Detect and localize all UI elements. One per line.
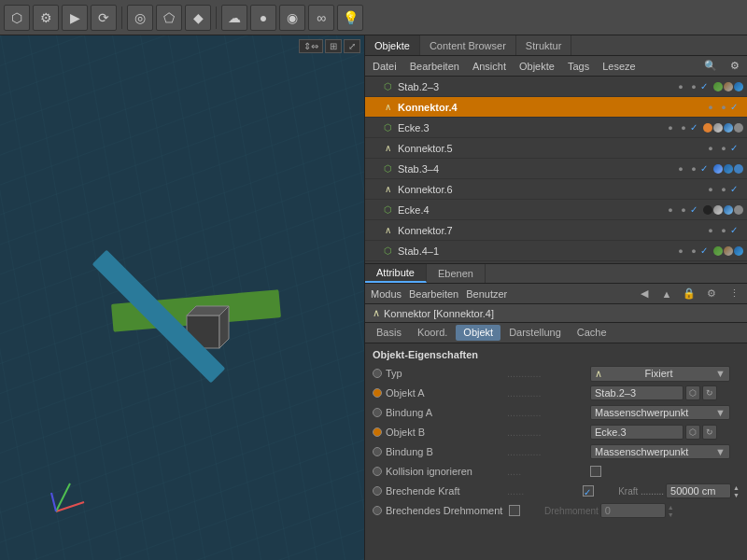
obj-row-konnektor-7[interactable]: ∧ Konnektor.7 ● ● ✓ (365, 220, 747, 241)
vis-dot[interactable]: ● (704, 142, 717, 155)
vis-dot[interactable]: ● (674, 162, 687, 175)
viewport-control-arrows[interactable]: ⇕⇔ (299, 39, 323, 53)
lock-dot[interactable]: ● (687, 80, 700, 93)
prop-checkbox-brechendes-drehmoment[interactable] (509, 505, 520, 516)
toolbar-btn-7[interactable]: ◆ (185, 5, 211, 31)
prop-btn-objekt-b-1[interactable]: ⬡ (685, 425, 700, 440)
lock-dot[interactable]: ● (677, 203, 690, 217)
toolbar-btn-1[interactable]: ⬡ (4, 5, 30, 31)
vis-dot[interactable]: ● (704, 224, 717, 237)
vis-dot[interactable]: ● (704, 183, 717, 196)
obj-row-ecke-4[interactable]: ⬡ Ecke.4 ● ● ✓ (365, 200, 747, 220)
obj-list-settings[interactable]: ⚙ (726, 60, 743, 72)
lock-dot[interactable]: ● (687, 162, 700, 175)
lock-dot[interactable]: ● (717, 101, 730, 114)
prop-btn-objekt-a-2[interactable]: ↻ (702, 385, 717, 400)
menu-objekte[interactable]: Objekte (515, 61, 558, 72)
obj-row-konnektor-4[interactable]: ∧ Konnektor.4 ● ● ✓ (365, 97, 747, 118)
prop-input-objekt-b[interactable]: Ecke.3 (590, 425, 684, 440)
check-ecke-4[interactable]: ✓ (690, 204, 703, 215)
toolbar-btn-10[interactable]: ◉ (279, 5, 305, 31)
menu-bearbeiten[interactable]: Bearbeiten (406, 61, 463, 72)
obj-row-stab-4-1[interactable]: ⬡ Stab.4–1 ● ● ✓ (365, 241, 747, 261)
viewport-control-maximize[interactable]: ⤢ (344, 39, 360, 53)
prop-checkbox-brechende-kraft[interactable] (583, 485, 594, 497)
toolbar-btn-5[interactable]: ◎ (127, 5, 153, 31)
check-konnektor-7[interactable]: ✓ (730, 225, 743, 235)
attr-menu-modus[interactable]: Modus (371, 288, 402, 300)
menu-ansicht[interactable]: Ansicht (469, 61, 510, 72)
drehmoment-down[interactable]: ▼ (668, 511, 674, 518)
viewport[interactable]: ⇕⇔ ⊞ ⤢ (0, 35, 364, 560)
toolbar-btn-3[interactable]: ▶ (62, 5, 88, 31)
tab-struktur[interactable]: Struktur (516, 35, 572, 55)
comp-tab-cache[interactable]: Cache (570, 325, 614, 341)
toolbar-btn-6[interactable]: ⬠ (156, 5, 182, 31)
menu-leseze[interactable]: Leseze (599, 61, 639, 72)
vis-dot[interactable]: ● (704, 101, 717, 114)
vis-dot[interactable]: ● (674, 80, 687, 93)
attr-more[interactable]: ⋮ (726, 287, 741, 301)
obj-row-konnektor-5[interactable]: ∧ Konnektor.5 ● ● ✓ (365, 138, 747, 159)
attr-lock[interactable]: 🔒 (682, 287, 697, 301)
check-konnektor-5[interactable]: ✓ (730, 143, 743, 153)
tab-objekte[interactable]: Objekte (365, 35, 420, 55)
kraft-down[interactable]: ▼ (733, 492, 740, 498)
check-stab-4-1[interactable]: ✓ (700, 245, 713, 256)
check-stab-2-3[interactable]: ✓ (700, 81, 713, 91)
kraft-up[interactable]: ▲ (733, 484, 740, 491)
prop-input-drehmoment[interactable]: 0 (600, 503, 666, 518)
tab-content-browser[interactable]: Content Browser (420, 35, 516, 55)
prop-dropdown-typ[interactable]: ∧ Fixiert ▼ (590, 366, 730, 382)
vis-dot[interactable]: ● (664, 203, 677, 217)
svg-rect-1 (0, 35, 364, 560)
check-ecke-3[interactable]: ✓ (690, 122, 703, 133)
tab-ebenen[interactable]: Ebenen (427, 264, 486, 283)
prop-btn-objekt-a-1[interactable]: ⬡ (685, 385, 700, 400)
obj-list[interactable]: ⬡ Stab.2–3 ● ● ✓ ∧ Konnektor.4 (365, 77, 747, 263)
comp-tab-basis[interactable]: Basis (369, 325, 409, 341)
attr-settings[interactable]: ⚙ (704, 287, 719, 301)
toolbar-btn-11[interactable]: ∞ (308, 5, 334, 31)
attr-nav-up[interactable]: ▲ (659, 287, 674, 301)
check-konnektor-6[interactable]: ✓ (730, 184, 743, 194)
toolbar-btn-12[interactable]: 💡 (337, 5, 363, 31)
menu-tags[interactable]: Tags (564, 61, 593, 72)
viewport-control-layout[interactable]: ⊞ (325, 39, 342, 53)
prop-dropdown-bindung-b[interactable]: Massenschwerpunkt ▼ (590, 444, 730, 459)
attr-nav-left[interactable]: ◀ (637, 287, 652, 301)
lock-dot[interactable]: ● (717, 183, 730, 196)
attr-menu-benutzer[interactable]: Benutzer (466, 288, 507, 300)
lock-dot[interactable]: ● (687, 245, 700, 258)
drehmoment-up[interactable]: ▲ (668, 504, 674, 511)
comp-tab-koord[interactable]: Koord. (410, 325, 455, 341)
attr-menu-bearbeiten[interactable]: Bearbeiten (409, 288, 458, 300)
lock-dot[interactable]: ● (677, 121, 690, 134)
toolbar-btn-4[interactable]: ⟳ (91, 5, 117, 31)
toolbar-btn-2[interactable]: ⚙ (33, 5, 59, 31)
konnektor-icon: ∧ (380, 100, 395, 115)
check-stab-3-4[interactable]: ✓ (700, 163, 713, 174)
obj-row-konnektor-6[interactable]: ∧ Konnektor.6 ● ● ✓ (365, 179, 747, 200)
obj-row-stab-3-4[interactable]: ⬡ Stab.3–4 ● ● ✓ (365, 159, 747, 179)
search-icon[interactable]: 🔍 (700, 60, 721, 72)
tab-attribute[interactable]: Attribute (365, 264, 427, 283)
prop-btn-objekt-b-2[interactable]: ↻ (702, 425, 717, 440)
lock-dot[interactable]: ● (717, 224, 730, 237)
prop-dropdown-bindung-a[interactable]: Massenschwerpunkt ▼ (590, 405, 730, 420)
obj-row-stab-2-3[interactable]: ⬡ Stab.2–3 ● ● ✓ (365, 77, 747, 97)
obj-row-ecke-3[interactable]: ⬡ Ecke.3 ● ● ✓ (365, 118, 747, 138)
toolbar-btn-8[interactable]: ☁ (221, 5, 247, 31)
vis-dot[interactable]: ● (674, 245, 687, 258)
prop-input-objekt-a[interactable]: Stab.2–3 (590, 385, 684, 400)
prop-checkbox-kollision[interactable] (590, 466, 601, 477)
comp-tab-darstellung[interactable]: Darstellung (501, 325, 569, 341)
mat-dot-1 (703, 205, 712, 215)
menu-datei[interactable]: Datei (369, 61, 401, 72)
vis-dot[interactable]: ● (664, 121, 677, 134)
comp-tab-objekt[interactable]: Objekt (456, 325, 500, 341)
prop-input-kraft[interactable]: 50000 cm (666, 483, 731, 498)
check-konnektor-4[interactable]: ✓ (730, 102, 743, 112)
toolbar-btn-9[interactable]: ● (250, 5, 276, 31)
lock-dot[interactable]: ● (717, 142, 730, 155)
